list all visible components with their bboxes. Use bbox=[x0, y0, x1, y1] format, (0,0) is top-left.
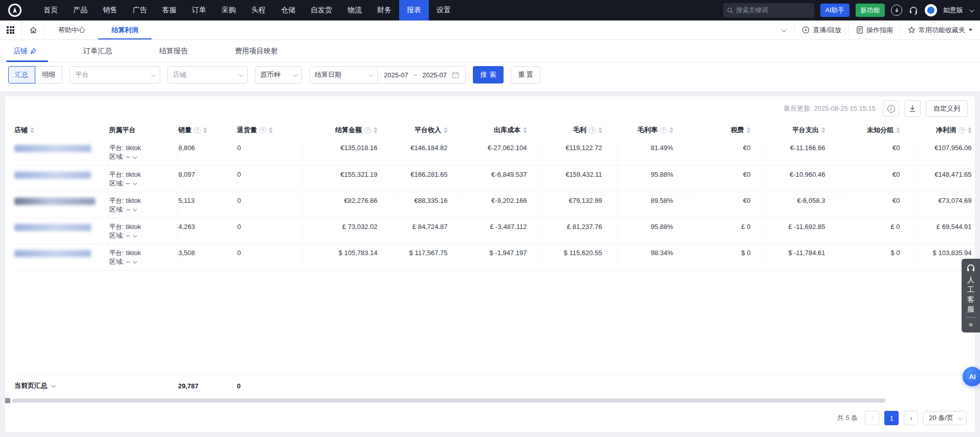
sort-icon[interactable] bbox=[374, 127, 378, 133]
tab-list-chevron-down-icon[interactable] bbox=[772, 26, 794, 34]
headset-icon[interactable] bbox=[908, 5, 919, 15]
live-replay-button[interactable]: 直播/回放 bbox=[794, 24, 848, 36]
nav-item-采购[interactable]: 采购 bbox=[214, 0, 244, 20]
page-1-button[interactable]: 1 bbox=[884, 411, 899, 425]
column-header-platform_income[interactable]: 平台收入 bbox=[392, 121, 462, 139]
summary-chevron-down-icon[interactable] bbox=[51, 383, 55, 387]
nav-item-财务[interactable]: 财务 bbox=[369, 0, 399, 20]
store-select[interactable]: 店铺 bbox=[167, 66, 248, 84]
user-avatar[interactable] bbox=[925, 4, 937, 16]
search-input[interactable] bbox=[736, 7, 810, 14]
help-icon[interactable]: ? bbox=[589, 127, 596, 134]
nav-item-订单[interactable]: 订单 bbox=[184, 0, 214, 20]
ai-floating-button[interactable]: AI bbox=[963, 367, 980, 386]
column-header-net_profit[interactable]: 净利润? bbox=[914, 121, 975, 139]
home-tab[interactable] bbox=[22, 20, 45, 39]
app-launcher-icon[interactable] bbox=[7, 26, 14, 34]
region-chevron-down-icon[interactable] bbox=[133, 207, 137, 211]
tab-help-center[interactable]: 帮助中心 bbox=[45, 20, 98, 39]
column-header-settle_amount[interactable]: 结算金额? bbox=[302, 121, 392, 139]
customer-service-panel[interactable]: 人工客服 » bbox=[962, 259, 980, 332]
sort-icon[interactable] bbox=[444, 127, 448, 133]
nav-item-产品[interactable]: 产品 bbox=[66, 0, 95, 20]
region-chevron-down-icon[interactable] bbox=[133, 181, 137, 185]
column-header-return_qty[interactable]: 退货量? bbox=[236, 121, 302, 139]
nav-item-自发货[interactable]: 自发货 bbox=[303, 0, 340, 20]
nav-item-仓储[interactable]: 仓储 bbox=[273, 0, 303, 20]
search-button[interactable]: 搜索 bbox=[473, 66, 504, 84]
store-name-blurred[interactable] bbox=[14, 172, 91, 179]
store-name-blurred[interactable] bbox=[14, 224, 91, 231]
nav-item-物流[interactable]: 物流 bbox=[340, 0, 369, 20]
date-range-picker[interactable]: 2025-07 ~ 2025-07 bbox=[378, 66, 466, 84]
prev-page-button[interactable]: ‹ bbox=[865, 411, 879, 425]
edition-label[interactable]: 如意版 bbox=[943, 6, 963, 15]
edition-chevron-down-icon[interactable] bbox=[969, 7, 974, 12]
mode-summary-button[interactable]: 汇总 bbox=[8, 66, 35, 84]
nav-item-广告[interactable]: 广告 bbox=[125, 0, 155, 20]
sort-icon[interactable] bbox=[968, 127, 972, 133]
column-header-platform_expense[interactable]: 平台支出 bbox=[765, 121, 840, 139]
column-header-outbound_cost[interactable]: 出库成本 bbox=[462, 121, 541, 139]
reset-button[interactable]: 重置 bbox=[511, 66, 540, 84]
nav-item-客服[interactable]: 客服 bbox=[155, 0, 184, 20]
subtab-订单汇总[interactable]: 订单汇总 bbox=[83, 40, 112, 62]
column-header-unknown_group[interactable]: 未知分组 bbox=[840, 121, 914, 139]
app-logo-icon[interactable] bbox=[8, 4, 21, 17]
sort-icon[interactable] bbox=[598, 127, 602, 133]
export-button[interactable] bbox=[904, 100, 921, 117]
date-start[interactable]: 2025-07 bbox=[384, 71, 408, 79]
store-name-blurred[interactable] bbox=[14, 198, 95, 205]
net_profit-cell: €73,074.69 bbox=[914, 192, 975, 218]
platform-select[interactable]: 平台 bbox=[70, 66, 160, 84]
nav-item-头程[interactable]: 头程 bbox=[244, 0, 273, 20]
region-chevron-down-icon[interactable] bbox=[133, 259, 137, 263]
nav-item-设置[interactable]: 设置 bbox=[429, 0, 459, 20]
page-size-select[interactable]: 20 条/页 bbox=[923, 411, 967, 425]
sort-icon[interactable] bbox=[269, 127, 273, 133]
help-icon[interactable]: ? bbox=[364, 127, 371, 134]
subtab-店铺[interactable]: 店铺 bbox=[13, 40, 36, 62]
operation-guide-button[interactable]: 操作指南 bbox=[848, 24, 900, 36]
column-header-tax[interactable]: 税费 bbox=[688, 121, 765, 139]
store-name-blurred[interactable] bbox=[14, 145, 91, 152]
region-chevron-down-icon[interactable] bbox=[133, 155, 137, 159]
new-feature-button[interactable]: 新功能 bbox=[856, 4, 885, 17]
nav-item-报表[interactable]: 报表 bbox=[399, 0, 429, 20]
nav-item-销售[interactable]: 销售 bbox=[95, 0, 125, 20]
nav-item-首页[interactable]: 首页 bbox=[36, 0, 66, 20]
column-header-gross_margin[interactable]: 毛利率? bbox=[617, 121, 688, 139]
tab-settlement-profit[interactable]: 结算利润 bbox=[98, 20, 151, 39]
next-page-button[interactable]: › bbox=[904, 411, 918, 425]
collapse-chevrons-icon[interactable]: » bbox=[969, 320, 973, 329]
help-icon[interactable]: ? bbox=[959, 127, 965, 134]
help-icon[interactable]: ? bbox=[259, 127, 266, 134]
subtab-结算报告[interactable]: 结算报告 bbox=[159, 40, 188, 62]
column-header-gross_profit[interactable]: 毛利? bbox=[541, 121, 617, 139]
download-center-icon[interactable] bbox=[891, 5, 902, 16]
help-icon[interactable]: ? bbox=[194, 127, 201, 134]
date-type-select[interactable]: 结算日期 bbox=[309, 66, 378, 84]
table-info-button[interactable]: i bbox=[883, 100, 899, 117]
customize-columns-button[interactable]: 自定义列 bbox=[926, 100, 968, 117]
sort-icon[interactable] bbox=[523, 127, 527, 133]
sort-icon[interactable] bbox=[669, 127, 673, 133]
sort-icon[interactable] bbox=[30, 127, 34, 133]
store-name-blurred[interactable] bbox=[14, 250, 91, 257]
sort-icon[interactable] bbox=[821, 127, 825, 133]
mode-detail-button[interactable]: 明细 bbox=[35, 66, 62, 84]
region-chevron-down-icon[interactable] bbox=[133, 233, 137, 237]
column-header-store[interactable]: 店铺 bbox=[13, 121, 108, 139]
currency-select[interactable]: 原币种 bbox=[255, 66, 302, 84]
global-search[interactable] bbox=[723, 3, 814, 17]
subtab-费用项目映射[interactable]: 费用项目映射 bbox=[235, 40, 278, 62]
date-end[interactable]: 2025-07 bbox=[422, 71, 447, 79]
sort-icon[interactable] bbox=[896, 127, 900, 133]
help-icon[interactable]: ? bbox=[660, 127, 667, 134]
column-header-sales_qty[interactable]: 销量? bbox=[177, 121, 236, 139]
sort-icon[interactable] bbox=[203, 127, 207, 133]
ai-assistant-button[interactable]: AI助手 bbox=[820, 4, 850, 17]
sort-icon[interactable] bbox=[747, 127, 751, 133]
scrollbar-thumb[interactable] bbox=[12, 399, 885, 403]
favorites-menu[interactable]: 常用功能收藏夹 bbox=[900, 24, 980, 36]
